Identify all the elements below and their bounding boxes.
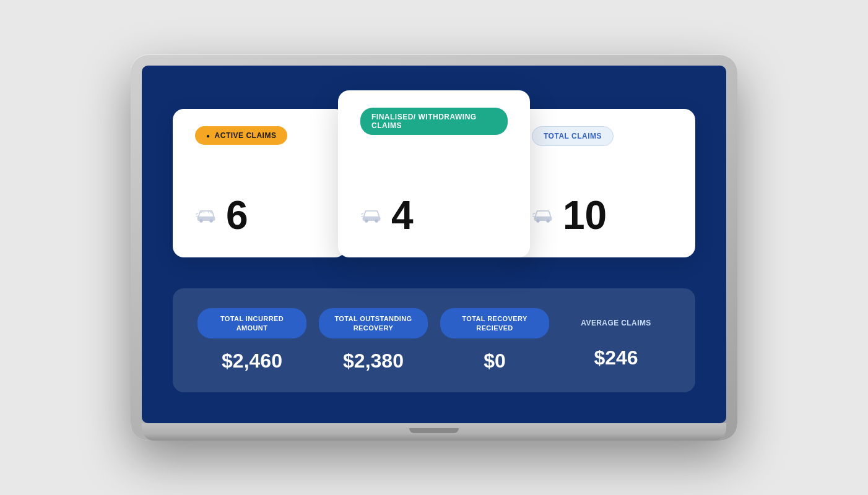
- stat-incurred-value: $2,460: [222, 350, 282, 372]
- active-claims-badge: ACTIVE CLAIMS: [195, 126, 287, 145]
- car-icon-active: [195, 207, 217, 223]
- stat-average-badge: AVERAGE CLAIMS: [562, 312, 671, 335]
- svg-point-7: [375, 220, 378, 223]
- laptop-container: ACTIVE CLAIMS 6: [131, 54, 737, 441]
- stats-panel: TOTAL INCURRED AMOUNT $2,460 TOTAL OUTST…: [173, 288, 695, 392]
- laptop-notch: [409, 428, 459, 433]
- finalised-claims-value-row: 4: [360, 189, 508, 235]
- cards-row: ACTIVE CLAIMS 6: [173, 90, 695, 270]
- stat-recovery: TOTAL RECOVERY RECIEVED $0: [440, 308, 549, 372]
- laptop-base: [142, 423, 726, 441]
- total-claims-value-row: 10: [532, 189, 673, 235]
- svg-point-10: [546, 220, 549, 223]
- car-icon-total: [532, 207, 554, 223]
- finalised-claims-card: FINALISED/ WITHDRAWING CLAIMS 4: [338, 90, 530, 257]
- stat-average-value: $246: [594, 346, 638, 369]
- total-claims-card: TOTAL CLAIMS 10: [510, 109, 695, 257]
- active-claims-number: 6: [226, 196, 248, 235]
- active-claims-card: ACTIVE CLAIMS 6: [173, 109, 346, 257]
- svg-point-6: [365, 220, 368, 223]
- car-icon-finalised: [360, 207, 383, 223]
- active-claims-value-row: 6: [195, 189, 324, 235]
- stat-average: AVERAGE CLAIMS $246: [562, 312, 671, 369]
- screen: ACTIVE CLAIMS 6: [142, 66, 726, 423]
- total-claims-badge: TOTAL CLAIMS: [532, 126, 614, 146]
- stat-recovery-badge: TOTAL RECOVERY RECIEVED: [440, 308, 549, 338]
- finalised-claims-number: 4: [391, 196, 414, 235]
- svg-point-1: [199, 220, 202, 223]
- stat-incurred-badge: TOTAL INCURRED AMOUNT: [197, 308, 306, 338]
- finalised-claims-badge: FINALISED/ WITHDRAWING CLAIMS: [360, 108, 508, 135]
- stat-recovery-value: $0: [484, 350, 506, 372]
- stat-outstanding: TOTAL OUTSTANDING RECOVERY $2,380: [319, 308, 428, 372]
- stat-outstanding-value: $2,380: [343, 350, 404, 372]
- stat-incurred: TOTAL INCURRED AMOUNT $2,460: [197, 308, 306, 372]
- svg-point-9: [536, 220, 539, 223]
- svg-point-2: [209, 220, 212, 223]
- total-claims-number: 10: [563, 196, 607, 235]
- stat-outstanding-badge: TOTAL OUTSTANDING RECOVERY: [319, 308, 428, 338]
